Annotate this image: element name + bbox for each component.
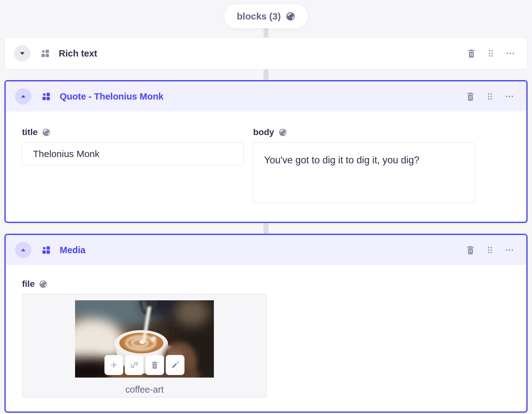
drag-dots-icon xyxy=(485,245,495,255)
collapse-toggle-button[interactable] xyxy=(15,88,31,105)
plus-icon xyxy=(110,361,118,369)
block-type-grid-icon xyxy=(41,245,51,255)
trash-icon xyxy=(465,245,475,255)
caret-up-icon xyxy=(19,246,27,254)
delete-block-button[interactable] xyxy=(466,48,477,59)
drag-dots-icon xyxy=(485,91,495,101)
body-textarea[interactable]: You've got to dig it to dig it, you dig? xyxy=(253,142,475,203)
more-options-button[interactable] xyxy=(504,91,515,102)
connector-line xyxy=(263,28,269,37)
block-title: Quote - Thelonius Monk xyxy=(60,91,163,102)
caret-down-icon xyxy=(19,50,26,57)
block-rich-text: Rich text xyxy=(4,37,528,69)
add-media-button[interactable] xyxy=(105,355,123,375)
drag-handle[interactable] xyxy=(485,48,497,59)
ellipsis-icon xyxy=(505,48,515,58)
drag-handle[interactable] xyxy=(484,244,496,256)
field-label: body xyxy=(253,127,274,137)
trash-icon xyxy=(150,361,159,369)
globe-icon xyxy=(279,128,287,137)
caret-up-icon xyxy=(19,93,27,100)
block-title: Media xyxy=(60,245,85,255)
globe-icon xyxy=(42,128,51,137)
block-quote: Quote - Thelonius Monk title body xyxy=(4,80,528,223)
connector-line xyxy=(263,223,269,234)
media-action-bar xyxy=(105,355,185,375)
connector-line xyxy=(263,69,269,80)
expand-toggle-button[interactable] xyxy=(14,45,30,62)
block-type-grid-icon xyxy=(41,92,51,101)
dynamic-zone-field-chip[interactable]: blocks (3) xyxy=(224,4,308,28)
copy-link-button[interactable] xyxy=(125,355,144,375)
title-input[interactable] xyxy=(22,142,244,165)
block-media: Media file xyxy=(4,234,528,413)
body-field: body You've got to dig it to dig it, you… xyxy=(253,127,475,204)
field-label: title xyxy=(22,127,38,137)
delete-block-button[interactable] xyxy=(465,91,476,102)
delete-block-button[interactable] xyxy=(465,244,476,256)
delete-media-button[interactable] xyxy=(145,355,164,375)
field-chip-label: blocks (3) xyxy=(237,11,281,22)
media-filename: coffee-art xyxy=(125,384,164,395)
field-label: file xyxy=(22,279,35,289)
globe-icon xyxy=(286,12,295,21)
block-title: Rich text xyxy=(59,48,97,59)
trash-icon xyxy=(466,48,476,58)
media-preview xyxy=(75,300,214,378)
block-header[interactable]: Rich text xyxy=(5,38,527,69)
edit-media-button[interactable] xyxy=(166,355,185,375)
block-type-grid-icon xyxy=(41,49,50,58)
trash-icon xyxy=(465,91,475,101)
pencil-icon xyxy=(171,361,180,369)
ellipsis-icon xyxy=(504,245,514,255)
more-options-button[interactable] xyxy=(505,48,516,59)
media-file-card: coffee-art xyxy=(22,294,267,398)
drag-dots-icon xyxy=(486,48,496,58)
more-options-button[interactable] xyxy=(504,244,515,256)
ellipsis-icon xyxy=(504,91,514,101)
link-icon xyxy=(130,361,139,369)
block-header[interactable]: Media xyxy=(6,235,526,265)
drag-handle[interactable] xyxy=(484,91,496,102)
globe-icon xyxy=(39,280,47,288)
title-field: title xyxy=(22,127,244,165)
collapse-toggle-button[interactable] xyxy=(15,242,31,258)
block-header[interactable]: Quote - Thelonius Monk xyxy=(6,81,526,112)
